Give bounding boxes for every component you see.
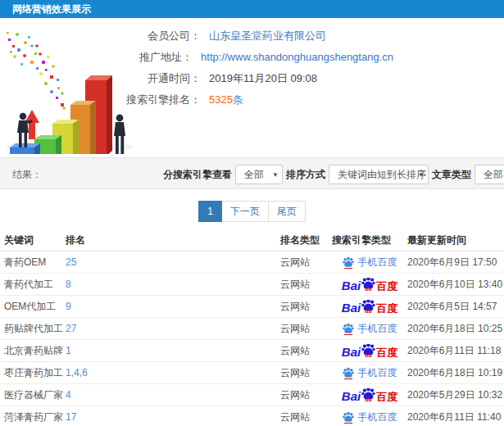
search-engine-cell: 手机百度: [332, 323, 407, 335]
pagination: 1 下一页 尾页: [0, 201, 504, 222]
rank-link[interactable]: 25: [66, 256, 280, 268]
open-time-value: 2019年11月20日 09:08: [209, 71, 317, 86]
header-update-time: 最新更新时间: [407, 233, 504, 247]
engine-filter-select[interactable]: 全部 ▼: [235, 165, 283, 184]
info-row-open-time: 开通时间： 2019年11月20日 09:08: [0, 71, 393, 85]
rank-link[interactable]: 1,4,6: [66, 367, 280, 378]
baidu-paw-icon: [343, 411, 354, 423]
result-label: 结果：: [12, 168, 42, 182]
header-keyword: 关键词: [4, 233, 66, 247]
update-time-cell: 2020年6月9日 17:50: [407, 256, 504, 270]
table-body: 膏药OEM 25 云网站 手机百度 2020年6月9日 17:50 膏药代加工 …: [0, 252, 504, 426]
table-header-row: 关键词 排名 排名类型 搜索引擎类型 最新更新时间: [0, 230, 504, 252]
keyword-cell: 枣庄膏药加工: [4, 366, 66, 380]
promo-url-label: 推广地址：: [0, 50, 193, 65]
table-row: 菏泽膏药厂家 17 云网站 手机百度 2020年6月11日 11:40: [0, 406, 504, 426]
header-rank-type: 排名类型: [280, 233, 332, 247]
rank-count-number: 5325: [209, 93, 233, 106]
mobile-baidu-logo: 手机百度: [343, 256, 397, 269]
baidu-paw-icon: [343, 367, 354, 378]
keyword-cell: 膏药OEM: [4, 256, 66, 270]
rank-link[interactable]: 1: [66, 345, 280, 356]
rank-link[interactable]: 17: [66, 411, 280, 423]
engine-filter-label: 分搜索引擎查看: [163, 168, 232, 182]
info-section: 会员公司： 山东皇圣堂药业有限公司 推广地址： http://www.shand…: [0, 18, 504, 157]
mobile-baidu-logo: 手机百度: [343, 367, 397, 379]
baidu-paw-icon: [343, 323, 354, 334]
baidu-pc-logo: Baidu百度: [342, 278, 397, 292]
header-rank: 排名: [66, 233, 280, 247]
mobile-baidu-logo: 手机百度: [343, 323, 397, 335]
sort-filter-value: 关键词由短到长排序: [338, 169, 426, 180]
update-time-cell: 2020年6月5日 14:57: [407, 300, 504, 314]
info-row-url: 推广地址： http://www.shandonghuangshengtang.…: [0, 50, 393, 64]
chevron-down-icon: ▼: [272, 165, 279, 185]
search-engine-cell: 手机百度: [332, 411, 407, 424]
rank-link[interactable]: 8: [66, 279, 280, 290]
info-row-company: 会员公司： 山东皇圣堂药业有限公司: [0, 29, 393, 43]
page-title: 网络营销效果展示: [0, 0, 504, 18]
baidu-pc-logo: Baidu百度: [342, 388, 397, 402]
keyword-cell: 菏泽膏药厂家: [4, 410, 66, 424]
search-engine-cell: Baidu百度: [332, 300, 407, 314]
company-link[interactable]: 山东皇圣堂药业有限公司: [209, 29, 326, 43]
rank-type-cell: 云网站: [280, 300, 332, 314]
update-time-cell: 2020年6月10日 13:40: [407, 278, 504, 292]
rank-link[interactable]: 9: [66, 301, 280, 312]
company-info: 会员公司： 山东皇圣堂药业有限公司 推广地址： http://www.shand…: [0, 29, 393, 114]
table-row: 枣庄膏药加工 1,4,6 云网站 手机百度 2020年6月18日 10:19: [0, 362, 504, 384]
baidu-paw-icon: [343, 256, 354, 268]
page-button-next[interactable]: 下一页: [222, 201, 269, 222]
rank-link[interactable]: 27: [66, 323, 280, 334]
rank-type-cell: 云网站: [280, 410, 332, 424]
update-time-cell: 2020年6月18日 10:25: [407, 322, 504, 336]
keyword-cell: 膏药代加工: [4, 278, 66, 292]
keyword-cell: 药贴牌代加工: [4, 322, 66, 336]
update-time-cell: 2020年6月18日 10:19: [407, 366, 504, 380]
search-engine-cell: Baidu百度: [332, 344, 407, 358]
keyword-cell: OEM代加工: [4, 300, 66, 314]
rank-type-cell: 云网站: [280, 322, 332, 336]
rank-count-value: 5325条: [209, 93, 243, 107]
search-engine-cell: 手机百度: [332, 367, 407, 379]
promo-url-link[interactable]: http://www.shandonghuangshengtang.cn: [201, 51, 393, 63]
article-type-label: 文章类型: [432, 168, 471, 182]
table-row: 膏药OEM 25 云网站 手机百度 2020年6月9日 17:50: [0, 252, 504, 274]
filter-controls: 分搜索引擎查看 全部 ▼ 排序方式 关键词由短到长排序 ▼ 文章类型 全部 ▼ …: [160, 164, 504, 185]
update-time-cell: 2020年6月11日 11:40: [407, 410, 504, 424]
baidu-pc-logo: Baidu百度: [342, 344, 397, 358]
rank-type-cell: 云网站: [280, 366, 332, 380]
table-row: 医疗器械厂家 4 云网站 Baidu百度 2020年5月29日 10:32: [0, 384, 504, 406]
sort-filter-label: 排序方式: [286, 168, 325, 182]
table-row: 膏药代加工 8 云网站 Baidu百度 2020年6月10日 13:40: [0, 274, 504, 296]
sort-filter-select[interactable]: 关键词由短到长排序 ▼: [329, 165, 429, 184]
search-engine-cell: 手机百度: [332, 256, 407, 269]
keyword-rank-table: 关键词 排名 排名类型 搜索引擎类型 最新更新时间 膏药OEM 25 云网站 手…: [0, 230, 504, 426]
header-engine-type: 搜索引擎类型: [332, 233, 407, 247]
rank-link[interactable]: 4: [66, 389, 280, 401]
article-type-select[interactable]: 全部 ▼: [474, 165, 504, 184]
company-label: 会员公司：: [0, 29, 201, 43]
filter-bar: 结果： 分搜索引擎查看 全部 ▼ 排序方式 关键词由短到长排序 ▼ 文章类型 全…: [0, 157, 504, 189]
rank-count-label: 搜索引擎排名：: [0, 93, 201, 107]
chevron-down-icon: ▼: [418, 165, 425, 185]
info-row-rank-count: 搜索引擎排名： 5325条: [0, 93, 393, 106]
mobile-baidu-logo: 手机百度: [343, 411, 397, 424]
article-type-value: 全部: [484, 169, 503, 180]
page-button-current[interactable]: 1: [198, 201, 222, 222]
table-row: 北京膏药贴牌 1 云网站 Baidu百度 2020年6月11日 11:18: [0, 340, 504, 362]
rank-type-cell: 云网站: [280, 278, 332, 292]
search-engine-cell: Baidu百度: [332, 278, 407, 292]
table-row: OEM代加工 9 云网站 Baidu百度 2020年6月5日 14:57: [0, 296, 504, 318]
keyword-cell: 北京膏药贴牌: [4, 344, 66, 358]
rank-type-cell: 云网站: [280, 344, 332, 358]
update-time-cell: 2020年6月11日 11:18: [407, 344, 504, 358]
rank-type-cell: 云网站: [280, 256, 332, 270]
search-engine-cell: Baidu百度: [332, 388, 407, 402]
rank-type-cell: 云网站: [280, 388, 332, 402]
page-button-last[interactable]: 尾页: [269, 201, 306, 222]
keyword-cell: 医疗器械厂家: [4, 388, 66, 402]
rank-count-unit: 条: [233, 93, 243, 106]
update-time-cell: 2020年5月29日 10:32: [407, 388, 504, 402]
table-row: 药贴牌代加工 27 云网站 手机百度 2020年6月18日 10:25: [0, 318, 504, 340]
